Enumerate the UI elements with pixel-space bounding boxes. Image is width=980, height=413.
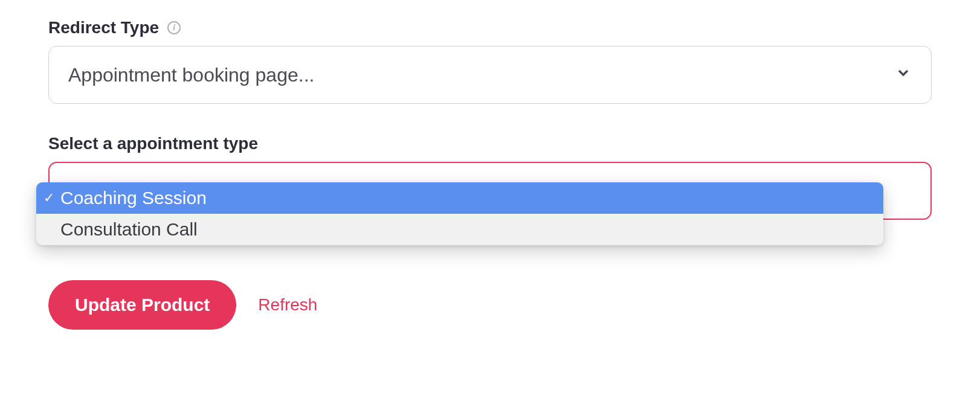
info-icon[interactable]: i xyxy=(167,21,181,34)
redirect-type-field: Redirect Type i Appointment booking page… xyxy=(48,18,932,104)
dropdown-option-label: Consultation Call xyxy=(60,219,198,240)
update-product-button[interactable]: Update Product xyxy=(48,280,236,330)
chevron-down-icon xyxy=(895,64,912,86)
actions-row: Update Product Refresh xyxy=(48,280,932,330)
redirect-type-label: Redirect Type xyxy=(48,18,159,37)
dropdown-option-consultation-call[interactable]: Consultation Call xyxy=(36,214,883,245)
dropdown-option-label: Coaching Session xyxy=(60,188,207,208)
appointment-type-dropdown: Coaching Session Consultation Call xyxy=(36,182,883,245)
appointment-type-field: Select a appointment type Coaching Sessi… xyxy=(48,134,932,220)
appointment-type-select-wrapper: Coaching Session Consultation Call xyxy=(48,162,932,220)
redirect-type-label-row: Redirect Type i xyxy=(48,18,932,37)
redirect-type-selected-value: Appointment booking page... xyxy=(68,64,314,86)
dropdown-option-coaching-session[interactable]: Coaching Session xyxy=(36,182,883,214)
refresh-button[interactable]: Refresh xyxy=(258,295,317,315)
appointment-type-label: Select a appointment type xyxy=(48,134,932,153)
redirect-type-select[interactable]: Appointment booking page... xyxy=(48,46,932,104)
redirect-type-select-wrapper: Appointment booking page... xyxy=(48,46,932,104)
